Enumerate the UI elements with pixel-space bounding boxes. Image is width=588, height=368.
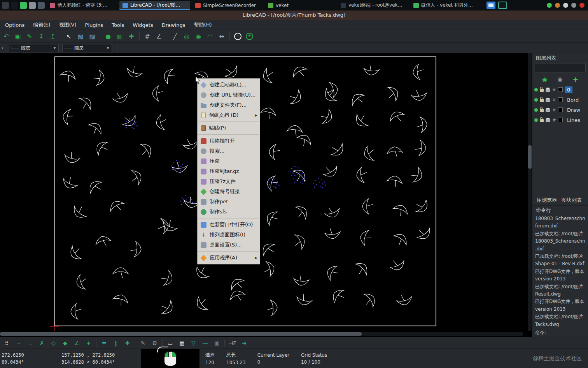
snap-intersection-icon[interactable]: + <box>83 338 94 348</box>
command-prompt[interactable]: 命令: <box>532 329 588 337</box>
taskbar-item[interactable]: LibreCAD - [/root/图… <box>119 1 190 10</box>
menu-item[interactable]: Plugins <box>81 20 108 30</box>
book-tray-icon[interactable] <box>555 3 560 8</box>
circle-center-icon[interactable]: ◉ <box>193 31 204 41</box>
layer-color-swatch[interactable] <box>558 107 563 112</box>
layer-color-swatch[interactable] <box>558 118 563 122</box>
insert-block-icon[interactable]: ✚ <box>126 31 137 41</box>
globe-icon[interactable] <box>38 2 45 9</box>
menu-item[interactable]: 编辑(E) <box>29 20 54 30</box>
layer-color-swatch[interactable] <box>558 87 563 92</box>
flag-icon[interactable]: ▽ <box>188 338 199 348</box>
add-layer-icon[interactable]: + <box>573 76 578 83</box>
context-menu-item-compress-targz[interactable]: 压缩到tar.gz <box>198 166 260 176</box>
circle-icon[interactable]: ◎ <box>181 31 192 41</box>
line-icon[interactable]: ╱ <box>170 31 180 41</box>
volume-tray-icon[interactable] <box>571 3 576 8</box>
context-menu-item-create-symlink[interactable]: 创建符号链接 <box>198 187 260 197</box>
lock-relative-zero-icon[interactable]: Ø <box>149 338 160 348</box>
snap-free-icon[interactable]: ~ <box>13 338 24 348</box>
toolbar-extender-icon[interactable]: › <box>2 45 5 51</box>
zoom-in-icon[interactable]: + <box>244 31 255 41</box>
layer-print-icon[interactable] <box>546 99 550 102</box>
isometric-grid-icon[interactable]: ∠ <box>154 31 164 41</box>
arc-icon[interactable]: ◠ <box>205 31 215 41</box>
context-menu-item-create-folder[interactable]: 创建文件夹(F)... <box>198 100 260 110</box>
undo-icon[interactable]: ↶ <box>1 31 12 41</box>
tab-key-icon[interactable]: ⇥ <box>239 338 249 348</box>
context-menu-item-make-pet[interactable]: 制作pet <box>198 197 260 207</box>
drawing-canvas[interactable]: 创建启动器(L)...创建 URL 链接(U)...创建文件夹(F)...创建文… <box>0 53 532 337</box>
layer-width-combo[interactable]: 随层▼ <box>62 44 112 52</box>
layer-construction-icon[interactable]: # <box>552 97 556 102</box>
context-menu-item-create-launcher[interactable]: 创建启动器(L)... <box>198 80 260 90</box>
menu-item[interactable]: 视图(V) <box>55 20 81 30</box>
snap-center-icon[interactable]: ◇ <box>48 338 59 348</box>
layer-construction-icon[interactable]: # <box>552 117 556 123</box>
status-green-orb[interactable] <box>547 3 552 8</box>
context-menu-item-compress-7z[interactable]: 压缩7z文件 <box>198 176 260 187</box>
snap-endpoint-icon[interactable]: ∴ <box>25 338 35 348</box>
taskbar-item[interactable]: veket终端 - root@vek… <box>338 1 408 10</box>
taskbar-item[interactable]: 微信人 - veket 和另外… <box>410 1 481 10</box>
layer-construction-icon[interactable]: # <box>552 87 556 92</box>
menu-item[interactable]: Drawings <box>158 20 190 30</box>
menu-item[interactable]: 帮助(H) <box>190 20 216 30</box>
app-logo-icon[interactable] <box>11 2 18 9</box>
set-relative-zero-icon[interactable]: ✎ <box>138 338 148 348</box>
export-icon[interactable]: ↥ <box>47 31 58 41</box>
restrict-vertical-icon[interactable]: ‖ <box>110 338 121 348</box>
layer-visible-icon[interactable] <box>534 108 538 112</box>
context-menu-item-arrange-desktop-icons[interactable]: ↓排列桌面图标(I) <box>198 230 260 240</box>
taskbar-item[interactable]: 情人鹤顶红 - 紫葵 (3:… <box>47 1 117 10</box>
show-all-layers-icon[interactable]: ◉ <box>542 76 547 83</box>
snap-middle-icon[interactable]: ◆ <box>60 338 70 348</box>
layer-lock-icon[interactable] <box>540 109 544 112</box>
toggle-grid-icon[interactable]: ▦ <box>177 338 187 348</box>
context-menu-item-make-sfs[interactable]: 制作sfs <box>198 207 260 217</box>
order-icon[interactable]: ▥ <box>114 31 125 41</box>
measure-icon[interactable]: ↔ <box>216 31 227 41</box>
layer-lock-icon[interactable] <box>540 89 544 92</box>
function-key-icon[interactable]: ⊣F <box>227 338 238 348</box>
layer-print-icon[interactable] <box>546 89 550 92</box>
start-menu-icon[interactable] <box>2 2 9 9</box>
context-menu-item-open-in-terminal[interactable]: 用终端打开 <box>198 136 260 146</box>
grid-dots-icon[interactable]: ⠿ <box>2 338 12 348</box>
context-menu-item-create-url-link[interactable]: 创建 URL 链接(U)... <box>198 90 260 100</box>
menu-item[interactable]: Options <box>1 20 29 30</box>
layer-visible-icon[interactable] <box>534 118 538 122</box>
canvas-horizontal-scrollbar[interactable] <box>0 332 523 336</box>
restrict-horizontal-icon[interactable]: = <box>99 338 109 348</box>
layer-print-icon[interactable] <box>546 119 550 122</box>
taskbar-item[interactable]: veket <box>265 1 336 10</box>
context-menu-item-paste[interactable]: 粘贴(P) <box>198 123 260 133</box>
menu-item[interactable]: Widgets <box>128 20 158 30</box>
restrict-nothing-icon[interactable]: ✚ <box>122 338 133 348</box>
context-menu-item-search[interactable]: 搜索... <box>198 146 260 156</box>
layer-filter-input[interactable] <box>535 63 586 72</box>
terminal-tray-icon[interactable] <box>498 2 507 9</box>
snap-on-entity-icon[interactable]: ✗ <box>37 338 47 348</box>
context-menu-item-open-in-new-window[interactable]: 在新窗口中打开(O) <box>198 220 260 230</box>
layer-lock-icon[interactable] <box>540 99 544 102</box>
layer-row[interactable]: #Draw <box>532 105 588 115</box>
layer-lock-icon[interactable] <box>540 119 544 122</box>
layer-name[interactable]: Lines <box>565 117 583 123</box>
tab-block-list[interactable]: 图块列表 <box>560 196 584 204</box>
zoom-out-icon[interactable]: − <box>232 31 243 41</box>
menu-item[interactable]: Tools <box>107 20 128 30</box>
layer-color-combo[interactable]: 随层▼ <box>9 44 59 52</box>
mouse-tray-icon[interactable] <box>563 3 568 8</box>
tab-library-browser[interactable]: 库浏览器 <box>535 196 559 204</box>
draft-mode-icon[interactable]: ▭ <box>165 338 175 348</box>
canvas-vertical-scrollbar[interactable] <box>528 53 532 331</box>
hscroll-thumb[interactable] <box>0 332 362 336</box>
draw-point-icon[interactable]: ● <box>103 31 114 41</box>
zoom-window-icon[interactable]: ▧ <box>75 31 86 41</box>
layer-name[interactable]: 0 <box>565 86 572 93</box>
import-icon[interactable]: ↧ <box>36 31 47 41</box>
dash-icon[interactable]: — <box>200 338 210 348</box>
layer-row[interactable]: #Lines <box>532 115 588 125</box>
layer-visible-icon[interactable] <box>534 98 538 102</box>
